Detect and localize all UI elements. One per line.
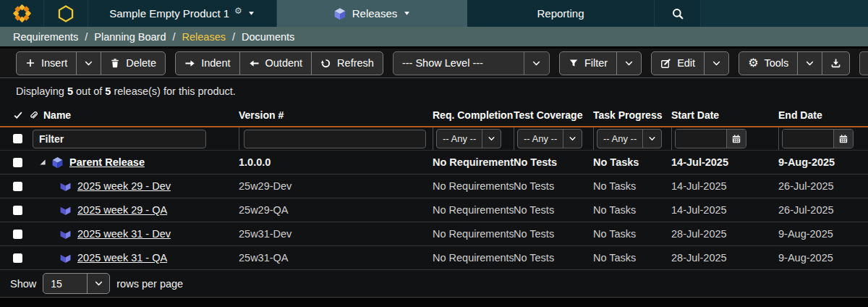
workspace-selector[interactable] [44, 0, 88, 27]
column-header-end-date[interactable]: End Date [778, 109, 868, 121]
start-date-cell: 14-Jul-2025 [671, 204, 778, 216]
app-logo[interactable] [0, 0, 44, 27]
outdent-button[interactable]: Outdent [239, 52, 312, 75]
arrow-right-icon [184, 58, 195, 69]
breadcrumb-separator: / [232, 31, 235, 43]
rows-per-page-select[interactable]: 15 [43, 273, 110, 294]
show-hide-columns-select[interactable]: -- Show/hide columns -- [859, 51, 868, 75]
edit-button[interactable]: Edit [652, 52, 704, 75]
version-cell: 25w29-Dev [239, 180, 433, 192]
status-text: out of [76, 85, 102, 97]
version-cell: 25w31-Dev [239, 228, 433, 240]
breadcrumb-documents[interactable]: Documents [242, 31, 294, 43]
version-filter-input[interactable] [244, 130, 426, 148]
chevron-down-icon [563, 130, 582, 148]
start-date-calendar-button[interactable] [726, 130, 746, 148]
row-checkbox[interactable] [13, 253, 22, 263]
tab-releases[interactable]: Releases [277, 0, 467, 27]
column-header-version[interactable]: Version # [239, 109, 433, 121]
tools-button-label: Tools [764, 57, 788, 69]
column-header-req-completion[interactable]: Req. Completion [433, 109, 514, 121]
test-coverage-cell: No Tests [514, 180, 593, 192]
insert-dropdown-button[interactable] [76, 52, 101, 75]
gear-icon: ⚙ [748, 57, 758, 69]
refresh-icon [320, 58, 331, 69]
delete-button-label: Delete [126, 57, 156, 69]
table-row: 2025 week 29 - QA 25w29-QA No Requiremen… [0, 198, 868, 222]
chevron-down-icon [84, 59, 93, 68]
release-name-link[interactable]: 2025 week 29 - QA [77, 204, 167, 216]
row-checkbox[interactable] [13, 230, 22, 239]
req-completion-cell: No Requirements [433, 228, 514, 240]
column-header-task-progress[interactable]: Task Progress [593, 109, 671, 121]
edit-dropdown-button[interactable] [704, 52, 728, 75]
insert-button[interactable]: Insert [17, 52, 76, 75]
column-header-start-date[interactable]: Start Date [671, 109, 778, 121]
sprint-icon [59, 252, 72, 264]
refresh-button[interactable]: Refresh [311, 52, 383, 75]
release-name-link[interactable]: 2025 week 31 - QA [77, 252, 167, 264]
tab-reporting[interactable]: Reporting [467, 0, 654, 27]
topbar-right-section [701, 0, 868, 27]
sprint-icon [59, 204, 72, 216]
collapse-triangle-icon[interactable] [38, 158, 47, 167]
chevron-down-icon [87, 274, 109, 293]
end-date-cell: 26-Jul-2025 [778, 204, 868, 216]
end-date-filter-input[interactable] [783, 130, 833, 148]
release-cube-icon [333, 7, 346, 20]
edit-pencil-icon [660, 58, 671, 69]
task-progress-cell: No Tasks [593, 204, 671, 216]
indent-button[interactable]: Indent [176, 52, 239, 75]
filter-dropdown-button[interactable] [616, 52, 641, 75]
release-cube-icon [51, 156, 64, 169]
row-checkbox[interactable] [13, 182, 22, 191]
download-icon [830, 58, 841, 69]
gear-icon: ⚙ [234, 7, 242, 15]
column-header-test-coverage[interactable]: Test Coverage [514, 109, 593, 121]
version-cell: 25w31-QA [239, 252, 433, 264]
grid-toolbar: Insert Delete Indent [0, 49, 868, 78]
check-icon [13, 110, 23, 120]
req-completion-filter-select[interactable]: -- Any -- [436, 129, 501, 148]
grid-filter-row: -- Any -- -- Any -- -- Any -- [0, 127, 868, 151]
filter-button[interactable]: Filter [560, 52, 616, 75]
search-button[interactable] [654, 0, 701, 27]
tab-reporting-label: Reporting [537, 7, 584, 20]
show-level-value: --- Show Level --- [393, 52, 524, 75]
edit-group: Edit [651, 51, 729, 75]
task-progress-filter-select[interactable]: -- Any -- [597, 129, 662, 148]
start-date-filter-input[interactable] [676, 130, 726, 148]
outdent-button-label: Outdent [265, 57, 303, 69]
insert-button-label: Insert [41, 57, 67, 69]
show-level-select[interactable]: --- Show Level --- [393, 51, 550, 75]
table-row: 2025 week 29 - Dev 25w29-Dev No Requirem… [0, 174, 868, 198]
name-filter-input[interactable] [33, 130, 206, 148]
chevron-down-icon [524, 52, 549, 75]
tools-button[interactable]: ⚙ Tools [739, 52, 797, 75]
tools-dropdown-button[interactable] [797, 52, 822, 75]
table-row: Parent Release 1.0.0.0 No Requirements N… [0, 151, 868, 174]
breadcrumb-requirements[interactable]: Requirements [13, 31, 78, 43]
spira-cubes-logo-icon [12, 4, 32, 23]
release-name-link[interactable]: 2025 week 31 - Dev [77, 228, 171, 240]
column-header-name[interactable]: Name [43, 109, 71, 121]
task-progress-cell: No Tasks [593, 228, 671, 240]
breadcrumb-planning-board[interactable]: Planning Board [94, 31, 166, 43]
delete-button[interactable]: Delete [101, 52, 165, 75]
select-all-checkbox[interactable] [13, 134, 22, 143]
release-name-link[interactable]: Parent Release [69, 156, 145, 168]
status-text: Displaying [16, 85, 64, 97]
release-name-link[interactable]: 2025 week 29 - Dev [77, 180, 171, 192]
download-button[interactable] [822, 52, 849, 75]
tab-releases-label: Releases [352, 7, 398, 20]
task-filter-value: -- Any -- [597, 130, 642, 148]
breadcrumb-releases[interactable]: Releases [182, 31, 226, 43]
row-checkbox[interactable] [13, 158, 22, 167]
test-coverage-filter-select[interactable]: -- Any -- [517, 129, 582, 148]
row-checkbox[interactable] [13, 206, 22, 215]
req-filter-value: -- Any -- [437, 130, 482, 148]
page-bottom-strip [0, 297, 868, 307]
req-completion-cell: No Requirements [433, 180, 514, 192]
end-date-calendar-button[interactable] [833, 130, 853, 148]
product-menu[interactable]: Sample Empty Product 1 ⚙ [88, 0, 277, 27]
